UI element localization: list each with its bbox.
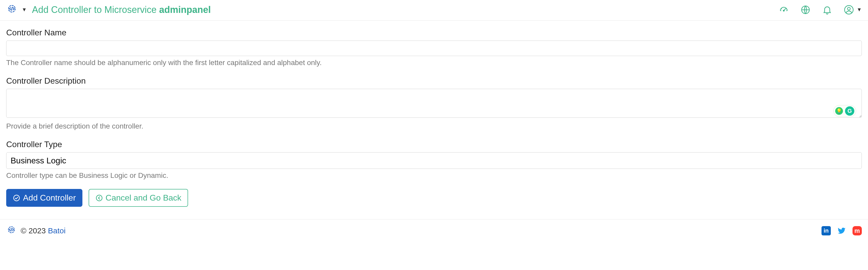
- check-circle-icon: [13, 194, 21, 202]
- label-controller-name: Controller Name: [6, 28, 862, 37]
- page-title: Add Controller to Microservice adminpane…: [32, 4, 211, 15]
- linkedin-icon[interactable]: in: [822, 226, 831, 235]
- label-controller-description: Controller Description: [6, 76, 862, 86]
- footer: © 2023 Batoi in m: [0, 219, 868, 242]
- mastodon-icon[interactable]: m: [852, 226, 862, 235]
- footer-logo-icon: [6, 225, 17, 237]
- footer-left: © 2023 Batoi: [6, 225, 66, 237]
- help-controller-name: The Controller name should be alphanumer…: [6, 59, 862, 67]
- topbar-right: ▼: [779, 5, 862, 15]
- field-controller-name: Controller Name The Controller name shou…: [6, 28, 862, 67]
- cancel-label: Cancel and Go Back: [106, 193, 182, 203]
- page-title-prefix: Add Controller to Microservice: [32, 4, 159, 15]
- help-controller-description: Provide a brief description of the contr…: [6, 122, 862, 130]
- app-switcher[interactable]: ▼: [6, 3, 27, 16]
- field-controller-type: Controller Type Business Logic Controlle…: [6, 140, 862, 180]
- controller-name-input[interactable]: [6, 40, 862, 56]
- label-controller-type: Controller Type: [6, 140, 862, 149]
- field-controller-description: Controller Description 💡 G Provide a bri…: [6, 76, 862, 130]
- bell-icon[interactable]: [822, 5, 832, 15]
- dashboard-icon[interactable]: [779, 5, 789, 15]
- topbar-left: ▼ Add Controller to Microservice adminpa…: [6, 3, 211, 16]
- form-area: Controller Name The Controller name shou…: [0, 21, 868, 217]
- svg-point-5: [14, 195, 20, 201]
- button-row: Add Controller Cancel and Go Back: [6, 189, 862, 207]
- help-controller-type: Controller type can be Business Logic or…: [6, 171, 862, 180]
- user-menu[interactable]: ▼: [844, 5, 862, 15]
- footer-right: in m: [822, 226, 862, 235]
- add-controller-button[interactable]: Add Controller: [6, 189, 83, 207]
- user-avatar-icon: [844, 5, 854, 15]
- arrow-left-circle-icon: [95, 194, 103, 202]
- gear-code-logo: [6, 3, 18, 16]
- controller-type-select[interactable]: Business Logic: [6, 152, 862, 169]
- grammarly-badge[interactable]: 💡 G: [833, 105, 856, 117]
- lightbulb-icon: 💡: [835, 107, 843, 115]
- footer-brand-link[interactable]: Batoi: [48, 226, 66, 235]
- caret-down-icon: ▼: [22, 7, 27, 13]
- caret-down-icon: ▼: [857, 7, 862, 13]
- cancel-button[interactable]: Cancel and Go Back: [89, 189, 188, 207]
- twitter-icon[interactable]: [837, 226, 846, 235]
- svg-point-6: [96, 195, 102, 201]
- svg-point-4: [847, 7, 850, 10]
- grammarly-icon: G: [845, 106, 854, 115]
- add-controller-label: Add Controller: [23, 193, 76, 203]
- controller-description-input[interactable]: [6, 89, 862, 118]
- page-title-bold: adminpanel: [159, 4, 211, 15]
- topbar: ▼ Add Controller to Microservice adminpa…: [0, 0, 868, 21]
- globe-icon[interactable]: [800, 5, 811, 15]
- footer-copyright: © 2023 Batoi: [21, 226, 66, 235]
